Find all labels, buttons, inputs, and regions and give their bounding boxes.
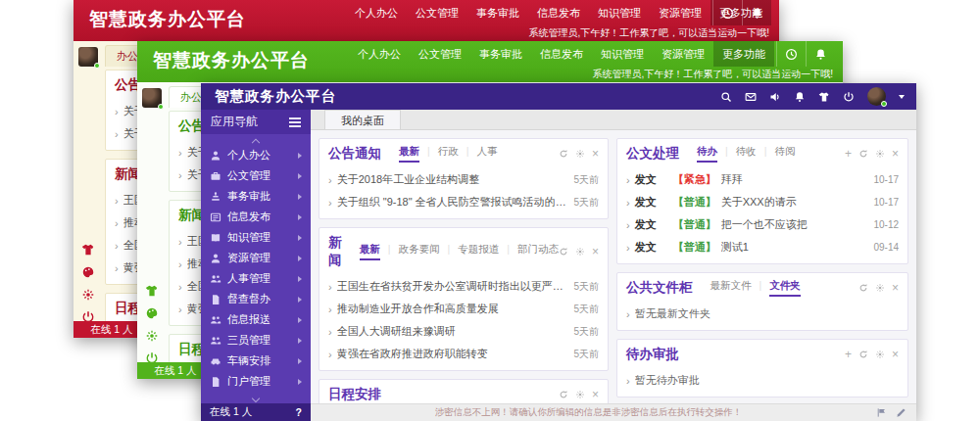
palette-icon[interactable]	[81, 265, 95, 279]
sidebar-item-label: 人事管理	[227, 271, 270, 286]
search-icon[interactable]	[720, 91, 732, 103]
close-icon[interactable]: ×	[592, 389, 599, 400]
notice-item[interactable]: › 关于组织 "9-18" 全省人民防空警报试鸣活动的公告 5天前	[319, 191, 608, 213]
item-arrow: ›	[178, 304, 182, 315]
panel-tab[interactable]: 政务要闻	[380, 243, 440, 260]
edit-pencil-icon[interactable]	[896, 407, 906, 418]
panel-tab[interactable]: 行政	[419, 145, 459, 163]
announcement-bell-icon[interactable]	[806, 41, 835, 67]
sidebar-scroll-up[interactable]	[201, 134, 311, 145]
doc-item[interactable]: › 发文 【紧急】 拜拜 10-17	[617, 168, 907, 191]
nav-item[interactable]: 资源管理	[653, 41, 713, 67]
avatar[interactable]	[78, 47, 98, 67]
doc-item[interactable]: › 发文 【普通】 关于XXX的请示 10-17	[617, 191, 907, 213]
panel-tab[interactable]: 待办	[697, 145, 717, 163]
avatar[interactable]	[867, 87, 886, 106]
avatar[interactable]	[142, 88, 162, 108]
settings-gear-icon[interactable]	[81, 288, 95, 302]
report-icon[interactable]	[876, 407, 887, 418]
news-item[interactable]: › 全国人大调研组来豫调研 5天前	[319, 320, 608, 343]
clock-icon[interactable]	[776, 41, 806, 67]
nav-item[interactable]: 更多功能	[713, 41, 774, 67]
sidebar-item[interactable]: 信息发布	[201, 207, 311, 227]
nav-item[interactable]: 知识管理	[592, 41, 653, 67]
nav-item[interactable]: 知识管理	[589, 0, 650, 25]
mail-icon[interactable]	[745, 91, 757, 103]
panel-tab[interactable]: 待收	[717, 145, 757, 163]
settings-icon[interactable]	[875, 350, 885, 359]
refresh-icon[interactable]	[559, 149, 568, 159]
nav-item[interactable]: 个人办公	[349, 41, 410, 67]
help-icon[interactable]: ?	[296, 406, 302, 418]
power-icon[interactable]	[843, 91, 855, 103]
settings-icon[interactable]	[875, 283, 885, 293]
nav-item[interactable]: 事务审批	[470, 41, 531, 67]
doc-item[interactable]: › 发文 【普通】 测试1 09-14	[617, 236, 907, 258]
refresh-icon[interactable]	[858, 283, 868, 293]
news-item[interactable]: › 黄强在省政府推进政府职能转变 5天前	[319, 343, 608, 365]
panel-tab[interactable]: 文件夹	[752, 279, 801, 297]
panel-tab[interactable]: 人事	[459, 145, 498, 163]
nav-item[interactable]: 信息发布	[531, 41, 592, 67]
sidebar-item[interactable]: 知识管理	[201, 227, 311, 248]
panel-tab[interactable]: 最新文件	[710, 279, 752, 297]
doc-item[interactable]: › 发文 【普通】 把一个也不应该把 10-12	[617, 213, 907, 236]
panel-tab[interactable]: 专题报道	[440, 243, 500, 260]
panel-tab[interactable]: 最新	[399, 145, 419, 163]
sidebar-item[interactable]: 车辆安排	[201, 351, 311, 371]
theme-shirt-icon[interactable]	[145, 284, 159, 298]
sidebar-item[interactable]: 人事管理	[201, 268, 311, 289]
add-icon[interactable]: +	[845, 349, 852, 360]
settings-gear-icon[interactable]	[145, 329, 159, 343]
close-icon[interactable]: ×	[592, 148, 599, 160]
chevron-down-icon[interactable]	[899, 95, 905, 99]
nav-item[interactable]: 公文管理	[407, 0, 467, 25]
nav-item[interactable]: 事务审批	[467, 0, 528, 25]
sidebar-item[interactable]: 事务审批	[201, 186, 311, 207]
panel-tab[interactable]: 部门动态	[499, 243, 559, 260]
desktop-tabbar: 我的桌面	[311, 110, 916, 130]
add-icon[interactable]: +	[845, 148, 852, 160]
nav-item[interactable]: 个人办公	[346, 0, 407, 25]
tab-my-desktop[interactable]: 我的桌面	[324, 110, 401, 129]
sidebar-item[interactable]: 个人办公	[201, 145, 311, 165]
close-icon[interactable]: ×	[892, 282, 899, 294]
announcement-bell-icon[interactable]	[742, 0, 771, 25]
sidebar-item[interactable]: 信息报送	[201, 309, 311, 330]
close-icon[interactable]: ×	[892, 349, 899, 360]
hamburger-menu-icon[interactable]	[289, 121, 301, 123]
settings-icon[interactable]	[575, 390, 585, 399]
refresh-icon[interactable]	[559, 390, 568, 399]
nav-item[interactable]: 资源管理	[650, 0, 710, 25]
refresh-icon[interactable]	[858, 350, 868, 359]
panel-tab[interactable]: 待阅	[757, 145, 796, 163]
settings-icon[interactable]	[875, 149, 885, 159]
item-arrow: ›	[178, 236, 182, 248]
palette-icon[interactable]	[145, 306, 159, 320]
bell-icon[interactable]	[794, 91, 806, 103]
item-arrow: ›	[178, 281, 182, 293]
clock-icon[interactable]	[712, 0, 742, 25]
sidebar-item[interactable]: 三员管理	[201, 330, 311, 351]
sidebar-item[interactable]: 公文管理	[201, 165, 311, 186]
panel-doc-processing: 公文处理 待办待收待阅 + ×	[616, 138, 908, 264]
nav-item[interactable]: 公文管理	[410, 41, 470, 67]
nav-item[interactable]: 信息发布	[528, 0, 589, 25]
sidebar-item[interactable]: 门户管理	[201, 371, 311, 392]
panel-tab[interactable]: 最新	[360, 243, 380, 260]
refresh-icon[interactable]	[559, 247, 568, 257]
sidebar-item[interactable]: 资源管理	[201, 248, 311, 268]
news-item[interactable]: › 推动制造业开放合作和高质量发展 5天前	[319, 298, 608, 320]
refresh-icon[interactable]	[858, 149, 868, 159]
news-item[interactable]: › 王国生在省扶贫开发办公室调研时指出以更严的作风更实的举措抓好脱... 5天前	[319, 275, 608, 298]
settings-icon[interactable]	[575, 247, 585, 257]
sidebar-item[interactable]: 督查督办	[201, 289, 311, 309]
theme-shirt-icon[interactable]	[818, 91, 830, 103]
close-icon[interactable]: ×	[892, 148, 899, 160]
volume-icon[interactable]	[769, 91, 781, 103]
sidebar-scroll-down[interactable]	[201, 393, 311, 403]
notice-item[interactable]: › 关于2018年工业企业结构调整 5天前	[319, 168, 608, 191]
theme-shirt-icon[interactable]	[81, 243, 95, 257]
close-icon[interactable]: ×	[592, 246, 599, 257]
settings-icon[interactable]	[575, 149, 585, 159]
